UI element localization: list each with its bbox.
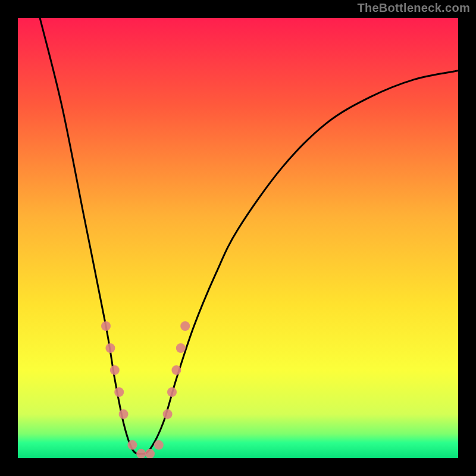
highlight-point (114, 387, 124, 397)
bottleneck-chart (0, 0, 476, 476)
plot-background-gradient (18, 18, 458, 458)
chart-stage: TheBottleneck.com (0, 0, 476, 476)
highlight-point (136, 449, 146, 459)
highlight-point (167, 387, 177, 397)
highlight-point (171, 365, 181, 375)
highlight-point (101, 321, 111, 331)
watermark-text: TheBottleneck.com (357, 1, 470, 15)
highlight-point (163, 409, 173, 419)
highlight-point (145, 449, 155, 459)
highlight-point (154, 440, 164, 450)
highlight-point (110, 365, 120, 375)
highlight-point (180, 321, 190, 331)
highlight-point (119, 409, 129, 419)
highlight-point (127, 440, 137, 450)
highlight-point (105, 343, 115, 353)
highlight-point (176, 343, 186, 353)
